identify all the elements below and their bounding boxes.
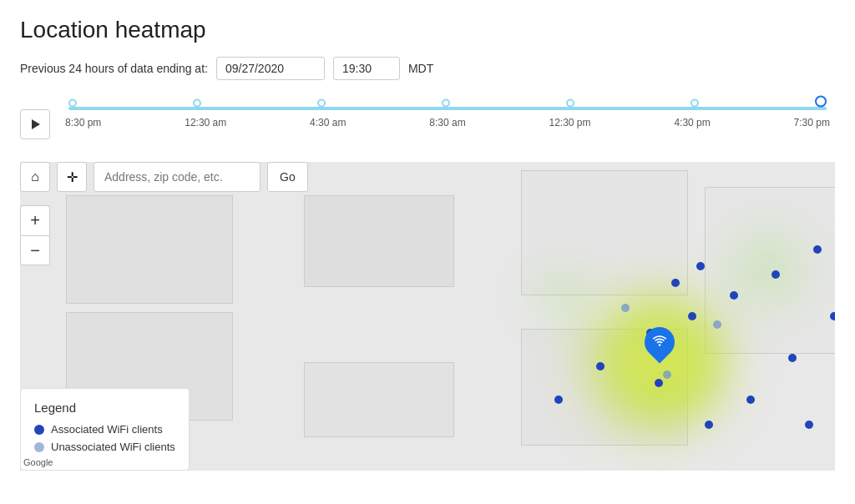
legend-item-associated: Associated WiFi clients <box>34 423 175 436</box>
client-dot-assoc-8 <box>705 421 713 429</box>
page-title: Location heatmap <box>20 17 835 43</box>
time-input[interactable] <box>333 57 400 80</box>
timeline-label-0: 8:30 pm <box>65 117 101 129</box>
timeline-label-3: 8:30 am <box>429 117 465 129</box>
client-dot-assoc-4 <box>772 270 780 279</box>
client-dot-unassoc-1 <box>621 304 630 312</box>
play-button[interactable] <box>20 109 50 139</box>
client-dot-unassoc-3 <box>713 320 721 329</box>
zoom-in-button[interactable]: + <box>20 205 50 235</box>
timeline-label-1: 12:30 am <box>185 117 226 129</box>
page-container: Location heatmap Previous 24 hours of da… <box>0 0 855 504</box>
client-dot-assoc-12 <box>788 354 797 362</box>
client-dot-assoc-15 <box>688 312 696 320</box>
zoom-out-button[interactable]: − <box>20 235 50 265</box>
legend-item-unassociated: Unassociated WiFi clients <box>34 441 175 453</box>
associated-label: Associated WiFi clients <box>51 423 163 436</box>
timeline-labels: 8:30 pm 12:30 am 4:30 am 8:30 am 12:30 p… <box>60 117 835 129</box>
timeline-label-6: 7:30 pm <box>794 117 830 129</box>
client-dot-assoc-3 <box>730 291 738 300</box>
timeline-dot-6[interactable] <box>815 96 827 108</box>
client-dot-assoc-11 <box>596 362 605 370</box>
timeline-container: 8:30 pm 12:30 am 4:30 am 8:30 am 12:30 p… <box>20 100 835 149</box>
client-dot-assoc-13 <box>805 421 813 429</box>
play-icon <box>32 119 40 129</box>
timeline-dot-3[interactable] <box>442 99 450 108</box>
client-dot-assoc-10 <box>554 396 563 404</box>
client-dot-unassoc-4 <box>663 370 671 379</box>
unassociated-label: Unassociated WiFi clients <box>51 441 175 453</box>
map-controls-row: ⌂ ✛ Go <box>20 162 308 192</box>
client-dot-assoc-2 <box>696 262 705 270</box>
timeline-label-5: 4:30 pm <box>674 117 710 129</box>
zoom-controls: + − <box>20 205 50 265</box>
timeline-dot-1[interactable] <box>193 99 201 108</box>
home-button[interactable]: ⌂ <box>20 162 50 192</box>
timeline-wrapper[interactable]: 8:30 pm 12:30 am 4:30 am 8:30 am 12:30 p… <box>60 100 835 149</box>
client-dot-assoc-1 <box>671 279 680 287</box>
timeline-dot-0[interactable] <box>68 99 77 108</box>
timezone-label: MDT <box>408 62 433 75</box>
date-input[interactable] <box>216 57 325 80</box>
timeline-dot-4[interactable] <box>566 99 574 108</box>
timeline-dot-2[interactable] <box>317 99 326 108</box>
timeline-dots <box>68 104 827 113</box>
time-controls-row: Previous 24 hours of data ending at: MDT <box>20 57 835 80</box>
client-dot-assoc-6 <box>830 312 835 320</box>
wifi-marker <box>645 327 675 357</box>
client-dot-assoc-5 <box>813 245 822 254</box>
time-label: Previous 24 hours of data ending at: <box>20 62 208 75</box>
unassociated-dot-icon <box>34 442 44 452</box>
timeline-label-2: 4:30 am <box>310 117 346 129</box>
google-watermark: Google <box>23 457 53 467</box>
go-button[interactable]: Go <box>267 162 308 192</box>
map-area: ⌂ ✛ Go + − Legend Associated WiFi client… <box>20 162 835 471</box>
timeline-dot-5[interactable] <box>691 99 699 108</box>
crosshair-button[interactable]: ✛ <box>57 162 87 192</box>
legend-title: Legend <box>34 401 175 415</box>
timeline-track <box>68 107 827 110</box>
timeline-label-4: 12:30 pm <box>549 117 591 129</box>
address-input[interactable] <box>94 162 261 192</box>
client-dot-assoc-7 <box>655 379 663 387</box>
associated-dot-icon <box>34 425 44 435</box>
client-dot-assoc-9 <box>746 396 755 404</box>
